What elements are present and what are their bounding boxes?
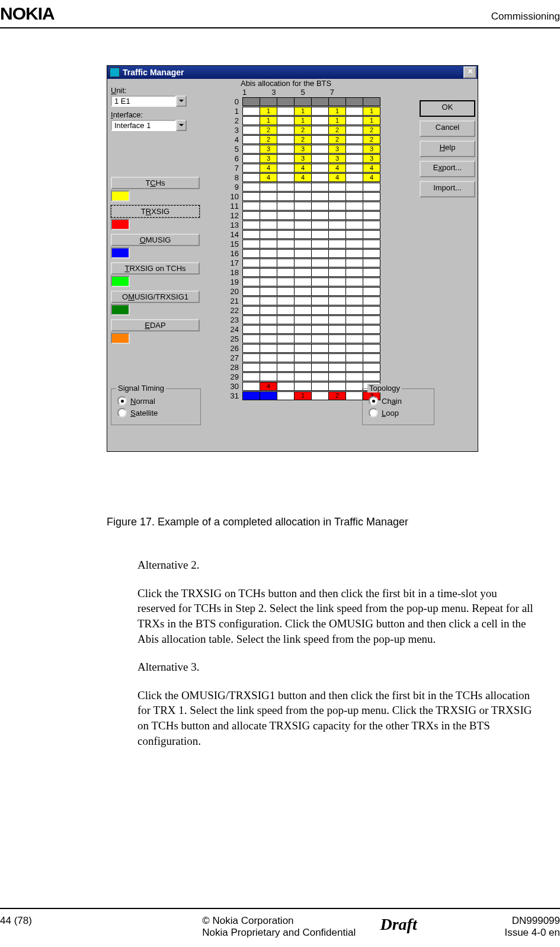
grid-cell[interactable] xyxy=(294,382,312,391)
grid-cell[interactable] xyxy=(294,268,312,277)
grid-cell[interactable]: 1 xyxy=(328,107,346,116)
grid-cell[interactable]: 4 xyxy=(294,173,312,182)
grid-cell[interactable] xyxy=(260,344,277,353)
chevron-down-icon[interactable] xyxy=(176,120,187,131)
grid-cell[interactable] xyxy=(277,164,295,173)
grid-cell[interactable] xyxy=(260,202,277,211)
grid-cell[interactable] xyxy=(363,268,380,277)
grid-cell[interactable] xyxy=(328,344,346,353)
grid-cell[interactable] xyxy=(277,325,295,334)
grid-cell[interactable] xyxy=(260,183,277,192)
grid-cell[interactable] xyxy=(277,240,295,248)
grid-cell[interactable] xyxy=(242,259,260,267)
grid-cell[interactable] xyxy=(363,315,380,324)
unit-combo[interactable] xyxy=(111,95,200,107)
grid-cell[interactable] xyxy=(242,296,260,305)
abis-grid[interactable]: 0111112111132222422225333363333744448444… xyxy=(223,97,380,400)
grid-cell[interactable] xyxy=(345,107,363,116)
grid-cell[interactable] xyxy=(311,287,329,296)
grid-cell[interactable] xyxy=(311,221,329,229)
grid-cell[interactable] xyxy=(242,183,260,192)
grid-cell[interactable] xyxy=(277,154,295,163)
grid-cell[interactable] xyxy=(311,363,329,372)
grid-cell[interactable]: 2 xyxy=(260,126,277,135)
grid-cell[interactable] xyxy=(328,192,346,201)
grid-cell[interactable] xyxy=(311,183,329,192)
close-button[interactable]: ✕ xyxy=(463,66,476,78)
grid-cell[interactable] xyxy=(242,164,260,173)
grid-cell[interactable] xyxy=(328,249,346,258)
grid-cell[interactable] xyxy=(294,306,312,315)
grid-cell[interactable] xyxy=(242,363,260,372)
grid-cell[interactable] xyxy=(311,240,329,248)
grid-cell[interactable] xyxy=(260,363,277,372)
grid-cell[interactable] xyxy=(345,230,363,239)
grid-cell[interactable] xyxy=(311,230,329,239)
grid-cell[interactable] xyxy=(277,382,295,391)
grid-cell[interactable] xyxy=(242,221,260,229)
grid-cell[interactable] xyxy=(277,278,295,286)
grid-cell[interactable]: 4 xyxy=(294,164,312,173)
grid-cell[interactable]: 2 xyxy=(328,391,346,400)
grid-cell[interactable]: 1 xyxy=(363,107,380,116)
grid-cell[interactable] xyxy=(328,183,346,192)
grid-cell[interactable] xyxy=(311,202,329,211)
trxsig-on-tchs-button[interactable]: TRXSIG on TCHs xyxy=(111,262,200,275)
radio-normal[interactable]: Normal xyxy=(117,396,200,406)
grid-cell[interactable] xyxy=(363,306,380,315)
grid-cell[interactable]: 1 xyxy=(260,107,277,116)
grid-cell[interactable] xyxy=(242,173,260,182)
grid-cell[interactable] xyxy=(328,287,346,296)
grid-cell[interactable] xyxy=(345,259,363,267)
grid-cell[interactable] xyxy=(242,145,260,154)
grid-cell[interactable] xyxy=(260,211,277,220)
grid-cell[interactable] xyxy=(311,268,329,277)
grid-cell[interactable]: 2 xyxy=(294,135,312,144)
grid-cell[interactable] xyxy=(345,278,363,286)
grid-cell[interactable]: 3 xyxy=(294,154,312,163)
grid-cell[interactable] xyxy=(345,183,363,192)
radio-satellite[interactable]: Satellite xyxy=(117,408,200,417)
grid-cell[interactable]: 3 xyxy=(363,145,380,154)
grid-cell[interactable] xyxy=(277,202,295,211)
grid-cell[interactable]: 2 xyxy=(328,126,346,135)
grid-cell[interactable] xyxy=(345,240,363,248)
grid-cell[interactable] xyxy=(242,391,260,400)
grid-cell[interactable] xyxy=(363,221,380,229)
grid-cell[interactable] xyxy=(311,126,329,135)
grid-cell[interactable] xyxy=(311,107,329,116)
grid-cell[interactable] xyxy=(311,306,329,315)
grid-cell[interactable] xyxy=(242,116,260,125)
grid-cell[interactable] xyxy=(363,259,380,267)
grid-cell[interactable] xyxy=(242,107,260,116)
grid-cell[interactable] xyxy=(277,183,295,192)
grid-cell[interactable] xyxy=(345,221,363,229)
grid-cell[interactable]: 4 xyxy=(328,173,346,182)
grid-cell[interactable]: 4 xyxy=(363,173,380,182)
cancel-button[interactable]: Cancel xyxy=(420,120,475,137)
radio-chain[interactable]: Chain xyxy=(369,396,434,406)
grid-cell[interactable] xyxy=(311,334,329,343)
grid-cell[interactable]: 1 xyxy=(294,391,312,400)
unit-input[interactable] xyxy=(111,95,176,107)
grid-cell[interactable] xyxy=(294,334,312,343)
grid-cell[interactable] xyxy=(260,287,277,296)
grid-cell[interactable] xyxy=(311,164,329,173)
grid-cell[interactable] xyxy=(277,192,295,201)
grid-cell[interactable] xyxy=(294,259,312,267)
grid-cell[interactable] xyxy=(242,202,260,211)
grid-cell[interactable] xyxy=(328,278,346,286)
grid-cell[interactable] xyxy=(294,287,312,296)
grid-cell[interactable] xyxy=(242,278,260,286)
grid-cell[interactable] xyxy=(345,211,363,220)
grid-cell[interactable] xyxy=(328,306,346,315)
grid-cell[interactable]: 3 xyxy=(294,145,312,154)
grid-cell[interactable] xyxy=(345,249,363,258)
grid-cell[interactable] xyxy=(311,382,329,391)
grid-cell[interactable]: 3 xyxy=(328,145,346,154)
grid-cell[interactable] xyxy=(363,230,380,239)
grid-cell[interactable] xyxy=(277,353,295,362)
grid-cell[interactable] xyxy=(260,268,277,277)
grid-cell[interactable] xyxy=(363,344,380,353)
grid-cell[interactable] xyxy=(345,353,363,362)
